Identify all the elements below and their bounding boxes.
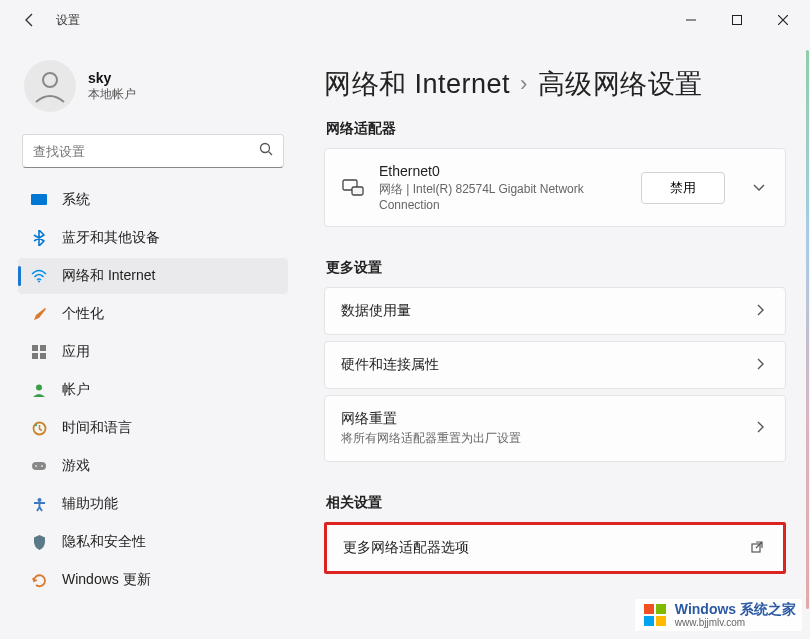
more-adapter-options-card: 更多网络适配器选项 [324, 522, 786, 574]
adapter-name: Ethernet0 [379, 163, 627, 179]
user-name: sky [88, 70, 136, 86]
data-usage-row[interactable]: 数据使用量 [325, 288, 785, 334]
window-controls [668, 4, 806, 36]
update-icon [30, 571, 48, 589]
svg-point-16 [41, 465, 43, 467]
nav-time[interactable]: 时间和语言 [18, 410, 288, 446]
section-adapters-label: 网络适配器 [326, 120, 786, 138]
card-title: 硬件和连接属性 [341, 356, 739, 374]
hardware-props-row[interactable]: 硬件和连接属性 [325, 342, 785, 388]
user-account-type: 本地帐户 [88, 86, 136, 103]
chevron-down-icon[interactable] [749, 180, 769, 195]
svg-rect-22 [656, 604, 666, 614]
adapter-desc: 网络 | Intel(R) 82574L Gigabit Network Con… [379, 181, 627, 212]
adapter-row[interactable]: Ethernet0 网络 | Intel(R) 82574L Gigabit N… [325, 149, 785, 226]
back-button[interactable] [20, 10, 40, 30]
nav-label: 游戏 [62, 457, 90, 475]
card-title: 数据使用量 [341, 302, 739, 320]
nav-accounts[interactable]: 帐户 [18, 372, 288, 408]
more-adapter-options-row[interactable]: 更多网络适配器选项 [327, 525, 783, 571]
watermark-title: Windows 系统之家 [675, 602, 796, 617]
display-icon [30, 191, 48, 209]
shield-icon [30, 533, 48, 551]
svg-point-17 [37, 498, 41, 502]
svg-rect-7 [32, 345, 38, 351]
svg-point-13 [34, 423, 36, 425]
watermark: Windows 系统之家 www.bjjmlv.com [635, 599, 802, 631]
disable-button[interactable]: 禁用 [641, 172, 725, 204]
brush-icon [30, 305, 48, 323]
network-reset-card: 网络重置 将所有网络适配器重置为出厂设置 [324, 395, 786, 462]
watermark-url: www.bjjmlv.com [675, 617, 796, 628]
chevron-right-icon [753, 358, 769, 373]
svg-rect-8 [40, 345, 46, 351]
adapter-card: Ethernet0 网络 | Intel(R) 82574L Gigabit N… [324, 148, 786, 227]
breadcrumb-current: 高级网络设置 [538, 66, 703, 102]
nav-label: 应用 [62, 343, 90, 361]
user-block[interactable]: sky 本地帐户 [18, 48, 288, 130]
svg-point-2 [43, 73, 57, 87]
ethernet-icon [341, 179, 365, 197]
bluetooth-icon [30, 229, 48, 247]
card-subtitle: 将所有网络适配器重置为出厂设置 [341, 430, 739, 447]
accent-strip [806, 50, 809, 609]
nav-label: Windows 更新 [62, 571, 151, 589]
nav-system[interactable]: 系统 [18, 182, 288, 218]
nav-label: 个性化 [62, 305, 104, 323]
data-usage-card: 数据使用量 [324, 287, 786, 335]
search-input[interactable] [33, 144, 259, 159]
svg-rect-10 [40, 353, 46, 359]
nav-label: 系统 [62, 191, 90, 209]
sidebar: sky 本地帐户 系统 蓝牙和其他设备 网络和 Internet [0, 40, 300, 639]
nav-apps[interactable]: 应用 [18, 334, 288, 370]
svg-rect-1 [733, 16, 742, 25]
svg-rect-14 [32, 462, 46, 470]
gamepad-icon [30, 457, 48, 475]
nav-label: 隐私和安全性 [62, 533, 146, 551]
nav-label: 时间和语言 [62, 419, 132, 437]
card-title: 网络重置 [341, 410, 739, 428]
nav-network[interactable]: 网络和 Internet [18, 258, 288, 294]
wifi-icon [30, 267, 48, 285]
nav-label: 帐户 [62, 381, 90, 399]
nav-accessibility[interactable]: 辅助功能 [18, 486, 288, 522]
nav-label: 辅助功能 [62, 495, 118, 513]
nav-update[interactable]: Windows 更新 [18, 562, 288, 598]
minimize-button[interactable] [668, 4, 714, 36]
nav-bluetooth[interactable]: 蓝牙和其他设备 [18, 220, 288, 256]
nav-gaming[interactable]: 游戏 [18, 448, 288, 484]
maximize-button[interactable] [714, 4, 760, 36]
accessibility-icon [30, 495, 48, 513]
svg-rect-21 [644, 604, 654, 614]
nav-label: 蓝牙和其他设备 [62, 229, 160, 247]
apps-icon [30, 343, 48, 361]
nav-list: 系统 蓝牙和其他设备 网络和 Internet 个性化 应用 帐户 [18, 182, 288, 598]
svg-point-6 [38, 281, 40, 283]
titlebar: 设置 [0, 0, 810, 40]
breadcrumb-parent[interactable]: 网络和 Internet [324, 66, 510, 102]
chevron-right-icon [753, 421, 769, 436]
app-title: 设置 [56, 12, 80, 29]
svg-point-15 [35, 465, 37, 467]
section-related-label: 相关设置 [326, 494, 786, 512]
content-area: 网络和 Internet › 高级网络设置 网络适配器 Ethernet0 网络… [300, 40, 810, 639]
svg-rect-5 [31, 194, 47, 205]
clock-icon [30, 419, 48, 437]
avatar [24, 60, 76, 112]
external-link-icon [747, 541, 767, 556]
network-reset-row[interactable]: 网络重置 将所有网络适配器重置为出厂设置 [325, 396, 785, 461]
chevron-right-icon: › [520, 71, 528, 97]
nav-privacy[interactable]: 隐私和安全性 [18, 524, 288, 560]
watermark-logo-icon [641, 601, 669, 629]
search-box[interactable] [22, 134, 284, 168]
svg-rect-19 [352, 187, 363, 195]
hardware-props-card: 硬件和连接属性 [324, 341, 786, 389]
nav-label: 网络和 Internet [62, 267, 155, 285]
person-icon [30, 381, 48, 399]
svg-rect-24 [656, 616, 666, 626]
section-more-label: 更多设置 [326, 259, 786, 277]
close-button[interactable] [760, 4, 806, 36]
svg-rect-9 [32, 353, 38, 359]
nav-personalization[interactable]: 个性化 [18, 296, 288, 332]
breadcrumb: 网络和 Internet › 高级网络设置 [324, 66, 786, 102]
